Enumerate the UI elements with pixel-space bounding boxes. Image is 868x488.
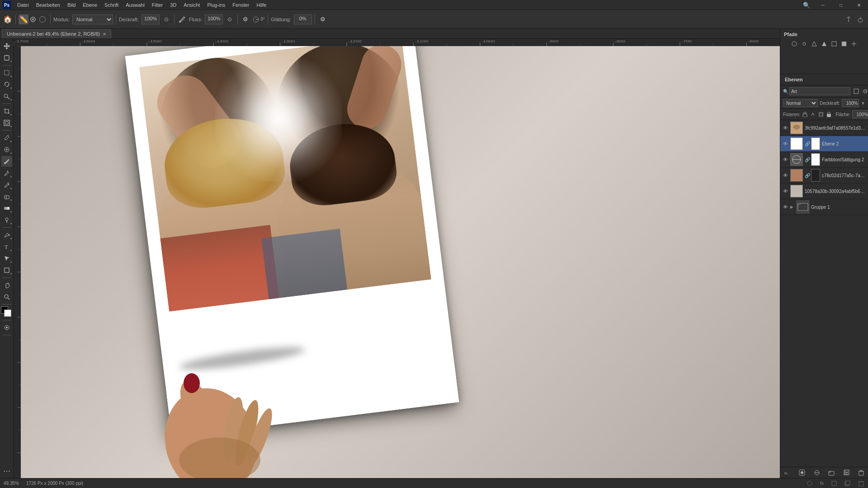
new-layer-button[interactable] <box>842 469 850 477</box>
opacity-toggle[interactable]: ⊙ <box>161 14 171 24</box>
paths-icon-1[interactable] <box>790 40 798 48</box>
paths-icon-6[interactable] <box>840 40 848 48</box>
paths-icon-2[interactable] <box>800 40 808 48</box>
eyedropper-tool[interactable]: ▾ <box>1 132 12 143</box>
pressure-icon[interactable] <box>855 14 865 24</box>
window-maximize[interactable]: □ <box>832 0 850 10</box>
layers-search-input[interactable] <box>789 87 850 95</box>
hand-tool[interactable] <box>1 280 12 291</box>
menu-3d[interactable]: 3D <box>166 1 180 9</box>
quick-select-tool[interactable]: ▾ <box>1 91 12 102</box>
layer-icon-adjust[interactable] <box>861 87 868 95</box>
layer-visibility-toggle[interactable]: 👁 <box>782 141 788 146</box>
layer-item[interactable]: 👁 🔗 Farbbton/Sättigung 2 <box>780 152 868 168</box>
menu-datei[interactable]: Datei <box>14 1 33 9</box>
settings-icon[interactable]: ⚙ <box>241 14 250 24</box>
window-close[interactable]: ✕ <box>850 0 868 10</box>
status-layer-icon[interactable] <box>831 480 837 487</box>
smoothing-input[interactable]: 0% <box>294 14 312 24</box>
paths-icon-4[interactable] <box>820 40 828 48</box>
crop-tool[interactable]: ▾ <box>1 106 12 117</box>
history-brush-tool[interactable]: ▾ <box>1 179 12 190</box>
layer-item[interactable]: 👁 🔗 c78c02d177a5c-7a65…-7cb-3cd-92734..K… <box>780 168 868 183</box>
fill-value[interactable]: 100% <box>852 110 868 118</box>
document-tab[interactable]: Unbenannt-2 bei 49,4% (Ebene 2, RGB/8) ✕ <box>2 29 111 38</box>
layer-item[interactable]: 👁 10578a30b-30092a4abf5b63a539ecd6b Kopi… <box>780 183 868 199</box>
layer-kind-select[interactable]: T <box>852 87 868 95</box>
lock-artboard-icon[interactable] <box>818 110 824 118</box>
layer-visibility-toggle[interactable]: 👁 <box>782 173 788 178</box>
brush-settings-icon[interactable] <box>29 14 37 24</box>
brush-tool[interactable] <box>1 156 12 167</box>
status-fx-icon[interactable]: fx <box>820 481 824 486</box>
quick-mask-mode[interactable] <box>1 322 12 333</box>
blend-mode-layers-select[interactable]: Normal <box>783 99 818 107</box>
move-tool[interactable] <box>1 41 12 52</box>
layer-group-button[interactable] <box>827 469 835 477</box>
menu-auswahl[interactable]: Auswahl <box>122 1 148 9</box>
home-button[interactable]: 🏠 <box>3 14 13 24</box>
menu-ansicht[interactable]: Ansicht <box>180 1 203 9</box>
menu-fenster[interactable]: Fenster <box>229 1 253 9</box>
frame-tool[interactable]: ▾ <box>1 117 12 128</box>
lock-position-icon[interactable] <box>810 110 816 118</box>
opacity-value-layers[interactable]: 100% <box>842 99 859 107</box>
brush-icon-2[interactable] <box>177 14 187 24</box>
lasso-tool[interactable]: ▾ <box>1 79 12 90</box>
flow-toggle[interactable]: ⊙ <box>225 14 235 24</box>
layer-fx-button[interactable]: fx <box>783 469 791 477</box>
tab-close[interactable]: ✕ <box>103 32 106 37</box>
lock-all-icon[interactable] <box>826 110 832 118</box>
delete-layer-button[interactable] <box>857 469 865 477</box>
menu-plugins[interactable]: Plug-ins <box>203 1 229 9</box>
heal-tool[interactable]: ▾ <box>1 144 12 155</box>
pen-tool[interactable]: ▾ <box>1 230 12 240</box>
dodge-tool[interactable]: ▾ <box>1 215 12 225</box>
lock-pixel-icon[interactable] <box>802 110 808 118</box>
paths-icon-3[interactable] <box>810 40 818 48</box>
layer-item[interactable]: 👁 3fc992aefc9af7a08557e1d3a2d6361ec1 <box>780 120 868 136</box>
status-delete[interactable] <box>858 480 864 487</box>
menu-ebene[interactable]: Ebene <box>79 1 101 9</box>
layer-visibility-toggle[interactable]: 👁 <box>782 125 788 131</box>
eraser-tool[interactable]: ▾ <box>1 191 12 202</box>
menu-bearbeiten[interactable]: Bearbeiten <box>33 1 64 9</box>
paths-icon-7[interactable] <box>850 40 858 48</box>
menu-hilfe[interactable]: Hilfe <box>253 1 270 9</box>
blend-mode-select[interactable]: Normal <box>72 14 113 24</box>
color-swatches[interactable] <box>1 306 13 318</box>
canvas-area[interactable] <box>21 46 780 478</box>
layer-visibility-toggle[interactable]: 👁 <box>782 157 788 162</box>
artboard-tool[interactable]: ▾ <box>1 52 12 63</box>
shape-tool[interactable]: ▾ <box>1 265 12 276</box>
group-expand-icon[interactable]: ▶ <box>790 205 795 209</box>
opacity-input[interactable]: 100% <box>142 14 160 24</box>
path-select-tool[interactable]: ▾ <box>1 253 12 264</box>
menu-schrift[interactable]: Schrift <box>101 1 122 9</box>
menu-bild[interactable]: Bild <box>64 1 79 9</box>
layer-visibility-toggle[interactable]: 👁 <box>782 188 788 194</box>
layer-item[interactable]: 👁 ▶ Gruppe 1 <box>780 199 868 215</box>
layer-visibility-toggle[interactable]: 👁 <box>782 204 788 210</box>
smoothing-options-icon[interactable]: ⚙ <box>318 14 328 24</box>
marquee-tool[interactable]: ▾ <box>1 67 12 78</box>
status-fx-button[interactable] <box>807 480 813 487</box>
more-tools[interactable]: ⋯ <box>1 465 12 476</box>
layer-mask-button[interactable] <box>798 469 806 477</box>
zoom-tool[interactable] <box>1 291 12 302</box>
search-button[interactable]: 🔍 <box>799 0 814 10</box>
symmetry-icon[interactable] <box>844 14 854 24</box>
window-minimize[interactable]: ─ <box>814 0 832 10</box>
gradient-tool[interactable]: ▾ <box>1 203 12 214</box>
layer-adjustment-button[interactable] <box>813 469 821 477</box>
layer-item[interactable]: 👁 🔗 Ebene 2 <box>780 136 868 152</box>
brush-tool-icon[interactable]: ✏️ <box>19 14 28 24</box>
layer-icon-pixel[interactable] <box>852 87 860 95</box>
flow-input[interactable]: 100% <box>205 14 223 24</box>
opacity-arrow[interactable]: ▼ <box>861 101 865 106</box>
clone-stamp-tool[interactable]: ▾ <box>1 168 12 178</box>
status-new-layer[interactable] <box>844 480 851 487</box>
text-tool[interactable]: T ▾ <box>1 241 12 252</box>
paths-icon-5[interactable] <box>830 40 838 48</box>
menu-filter[interactable]: Filter <box>148 1 166 9</box>
